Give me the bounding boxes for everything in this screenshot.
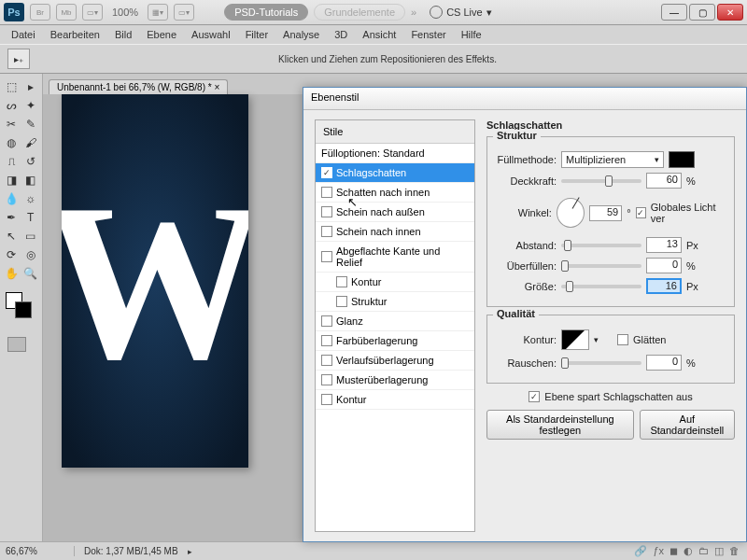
style-checkbox[interactable] [336, 296, 347, 307]
menu-ansicht[interactable]: Ansicht [357, 27, 402, 42]
style-checkbox[interactable] [321, 226, 332, 237]
menu-fenster[interactable]: Fenster [405, 27, 451, 42]
style-item-6[interactable]: Struktur [316, 292, 474, 312]
global-light-checkbox[interactable]: ✓ [636, 207, 646, 218]
blend-mode-dropdown[interactable]: Multiplizieren [561, 151, 664, 168]
size-input[interactable]: 16 [646, 278, 682, 294]
opacity-input[interactable]: 60 [646, 173, 682, 189]
wand-tool[interactable]: ✦ [21, 97, 41, 114]
style-item-1[interactable]: Schatten nach innen↖ [316, 183, 474, 203]
shape-tool[interactable]: ▭ [21, 228, 41, 245]
knockout-checkbox[interactable]: ✓ [529, 391, 540, 402]
tab-close-icon[interactable]: × [214, 82, 219, 92]
history-brush-tool[interactable]: ↺ [21, 153, 41, 170]
canvas[interactable]: W [62, 94, 248, 468]
new-layer-icon[interactable]: ◫ [714, 545, 724, 557]
folder-icon[interactable]: 🗀 [698, 545, 709, 557]
eyedropper-tool[interactable]: ✎ [21, 116, 41, 133]
status-zoom[interactable]: 66,67% [0, 546, 75, 556]
minibridge-icon[interactable]: Mb [56, 4, 77, 21]
style-checkbox[interactable] [321, 394, 332, 405]
style-checkbox[interactable] [321, 187, 332, 198]
spread-slider[interactable] [561, 264, 641, 268]
view-extras-icon[interactable]: ▦▾ [148, 4, 168, 21]
style-item-0[interactable]: ✓Schlagschatten [316, 163, 474, 183]
style-checkbox[interactable] [336, 276, 347, 287]
style-checkbox[interactable] [321, 206, 332, 217]
workspace-more-icon[interactable]: » [411, 7, 416, 18]
bridge-icon[interactable]: Br [30, 4, 50, 21]
styles-header[interactable]: Stile [316, 120, 474, 144]
quickmask-button[interactable] [7, 337, 26, 352]
arrange-icon[interactable]: ▭▾ [82, 4, 103, 21]
spread-input[interactable]: 0 [646, 258, 682, 273]
workspace-button-dim[interactable]: Grundelemente [314, 4, 405, 21]
angle-input[interactable]: 59 [589, 205, 623, 221]
move-tool[interactable]: ▸ [21, 78, 41, 95]
title-zoom[interactable]: 100% [112, 7, 138, 18]
antialias-checkbox[interactable] [617, 334, 628, 345]
noise-input[interactable]: 0 [646, 355, 682, 371]
close-button[interactable]: ✕ [717, 4, 743, 21]
dodge-tool[interactable]: ☼ [21, 190, 41, 207]
style-checkbox[interactable] [321, 335, 332, 346]
menu-analyse[interactable]: Analyse [277, 27, 325, 42]
noise-slider[interactable] [561, 361, 641, 365]
brush-tool[interactable]: 🖌 [21, 134, 41, 151]
fx-icon[interactable]: ƒx [653, 545, 664, 557]
size-slider[interactable] [561, 285, 641, 288]
cslive-button[interactable]: CS Live ▾ [430, 6, 492, 19]
crop-tool[interactable]: ✂ [2, 116, 21, 133]
menu-auswahl[interactable]: Auswahl [186, 27, 236, 42]
style-checkbox[interactable] [321, 355, 332, 366]
3d-tool[interactable]: ⟳ [2, 246, 21, 263]
menu-bild[interactable]: Bild [109, 27, 137, 42]
pen-tool[interactable]: ✒ [2, 209, 21, 226]
contour-picker[interactable] [561, 329, 589, 350]
menu-filter[interactable]: Filter [240, 27, 274, 42]
style-checkbox[interactable] [321, 251, 332, 262]
color-swatches[interactable] [2, 292, 40, 320]
maximize-button[interactable]: ▢ [689, 4, 715, 21]
style-item-3[interactable]: Schein nach innen [316, 222, 474, 242]
menu-ebene[interactable]: Ebene [141, 27, 182, 42]
style-checkbox[interactable]: ✓ [321, 167, 332, 178]
style-item-7[interactable]: Glanz [316, 312, 474, 331]
link-icon[interactable]: 🔗 [634, 545, 647, 557]
zoom-tool[interactable]: 🔍 [21, 265, 41, 282]
style-item-10[interactable]: Musterüberlagerung [316, 371, 474, 390]
style-item-9[interactable]: Verlaufsüberlagerung [316, 351, 474, 371]
heal-tool[interactable]: ◍ [2, 134, 21, 151]
style-item-4[interactable]: Abgeflachte Kante und Relief [316, 242, 474, 273]
hand-tool[interactable]: ✋ [2, 265, 21, 282]
menu-bearbeiten[interactable]: Bearbeiten [45, 27, 106, 42]
style-checkbox[interactable] [321, 374, 332, 385]
style-item-2[interactable]: Schein nach außen [316, 203, 474, 222]
marquee-tool[interactable]: ⬚ [2, 78, 21, 95]
mask-icon[interactable]: ◼ [669, 545, 678, 557]
minimize-button[interactable]: — [661, 4, 687, 21]
make-default-button[interactable]: Als Standardeinstellung festlegen [486, 410, 634, 440]
menu-hilfe[interactable]: Hilfe [456, 27, 487, 42]
opacity-slider[interactable] [561, 179, 641, 183]
shadow-color-swatch[interactable] [669, 151, 695, 168]
stamp-tool[interactable]: ⎍ [2, 153, 21, 170]
distance-slider[interactable] [561, 244, 641, 247]
trash-icon[interactable]: 🗑 [729, 545, 740, 557]
blur-tool[interactable]: 💧 [2, 190, 21, 207]
style-item-5[interactable]: Kontur [316, 273, 474, 292]
distance-input[interactable]: 13 [646, 237, 682, 253]
current-tool-icon[interactable]: ▸₊ [7, 49, 30, 69]
style-item-11[interactable]: Kontur [316, 390, 474, 410]
lasso-tool[interactable]: ᔕ [2, 97, 21, 114]
reset-default-button[interactable]: Auf Standardeinstell [640, 410, 735, 440]
camera-tool[interactable]: ◎ [21, 246, 41, 263]
workspace-button-active[interactable]: PSD-Tutorials [224, 4, 308, 21]
adjustment-icon[interactable]: ◐ [684, 545, 693, 557]
menu-datei[interactable]: Datei [6, 27, 41, 42]
style-checkbox[interactable] [321, 315, 332, 327]
path-tool[interactable]: ↖ [2, 228, 21, 245]
fill-options-item[interactable]: Fülloptionen: Standard [316, 144, 474, 163]
document-tab[interactable]: Unbenannt-1 bei 66,7% (W, RGB/8) * × [49, 79, 228, 94]
screen-mode-icon[interactable]: ▭▾ [174, 4, 194, 21]
